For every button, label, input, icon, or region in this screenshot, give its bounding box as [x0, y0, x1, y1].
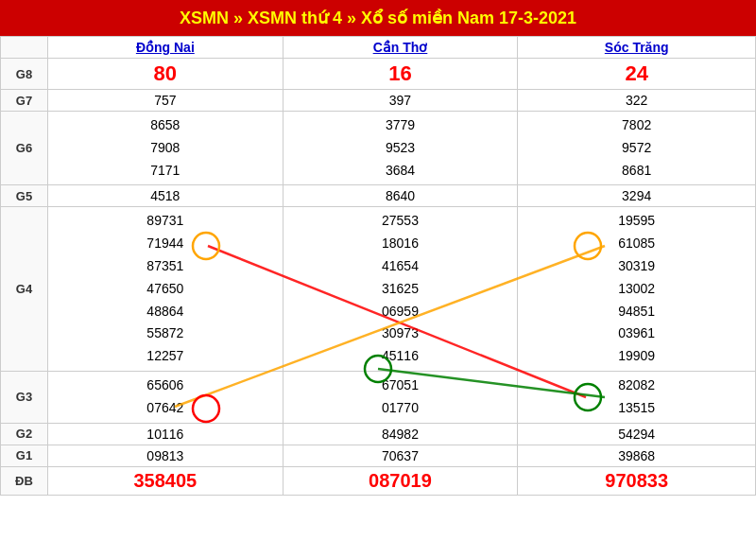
col-header-cantho: Cần Thơ: [283, 37, 518, 59]
table-row: G2101168498254294: [1, 423, 756, 445]
row-label: ĐB: [1, 466, 48, 495]
table-row: G489731719448735147650488645587212257275…: [1, 207, 756, 372]
cell-value: 865879087171: [48, 112, 284, 185]
cell-value: 54294: [518, 423, 756, 445]
table-row: G1098137063739868: [1, 445, 756, 466]
cell-value: 80: [48, 59, 284, 90]
cell-value: 3294: [518, 185, 756, 207]
table-row: G8801624: [1, 59, 756, 90]
cell-value: 39868: [518, 445, 756, 466]
header: XSMN » XSMN thứ 4 » Xổ số miền Nam 17-3-…: [0, 0, 756, 36]
cell-value: 780295728681: [518, 112, 756, 185]
row-label: G3: [1, 371, 48, 423]
table-row: G7757397322: [1, 90, 756, 112]
cell-value: 397: [283, 90, 518, 112]
row-label: G5: [1, 185, 48, 207]
page-title: XSMN » XSMN thứ 4 » Xổ số miền Nam 17-3-…: [0, 0, 756, 36]
row-label: G7: [1, 90, 48, 112]
cell-value: 89731719448735147650488645587212257: [48, 207, 284, 372]
row-label: G6: [1, 112, 48, 185]
cell-value: 6705101770: [283, 371, 518, 423]
cell-value: 757: [48, 90, 284, 112]
cell-value: 087019: [283, 466, 518, 495]
cell-value: 377995233684: [283, 112, 518, 185]
cell-value: 8640: [283, 185, 518, 207]
cell-value: 16: [283, 59, 518, 90]
cell-value: 8208213515: [518, 371, 756, 423]
col-header-soctrang: Sóc Trăng: [518, 37, 756, 59]
table-row: ĐB358405087019970833: [1, 466, 756, 495]
cell-value: 27553180164165431625069593097345116: [283, 207, 518, 372]
column-headers: Đồng Nai Cần Thơ Sóc Trăng: [1, 37, 756, 59]
row-label: G8: [1, 59, 48, 90]
cell-value: 24: [518, 59, 756, 90]
row-label: G4: [1, 207, 48, 372]
cell-value: 70637: [283, 445, 518, 466]
cell-value: 358405: [48, 466, 284, 495]
row-label: G2: [1, 423, 48, 445]
lottery-table: Đồng Nai Cần Thơ Sóc Trăng G8801624G7757…: [0, 36, 756, 496]
cell-value: 10116: [48, 423, 284, 445]
col-header-dongnai: Đồng Nai: [48, 37, 284, 59]
cell-value: 09813: [48, 445, 284, 466]
table-row: G6865879087171377995233684780295728681: [1, 112, 756, 185]
cell-value: 6560607642: [48, 371, 284, 423]
cell-value: 970833: [518, 466, 756, 495]
cell-value: 19595610853031913002948510396119909: [518, 207, 756, 372]
cell-value: 322: [518, 90, 756, 112]
cell-value: 84982: [283, 423, 518, 445]
table-row: G3656060764267051017708208213515: [1, 371, 756, 423]
table-row: G5451886403294: [1, 185, 756, 207]
cell-value: 4518: [48, 185, 284, 207]
row-label: G1: [1, 445, 48, 466]
